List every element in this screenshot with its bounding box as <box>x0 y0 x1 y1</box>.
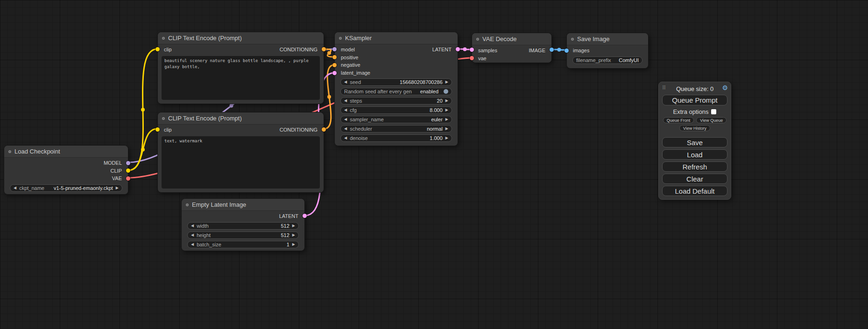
combo-right-arrow-icon[interactable]: ▶ <box>445 80 448 84</box>
load-button[interactable]: Load <box>662 149 727 160</box>
node-titlebar[interactable]: Empty Latent Image <box>182 199 304 211</box>
widget-scheduler[interactable]: ◀ scheduler normal ▶ <box>340 125 452 133</box>
load-default-button[interactable]: Load Default <box>662 186 727 196</box>
combo-left-arrow-icon[interactable]: ◀ <box>344 80 347 84</box>
node-titlebar[interactable]: CLIP Text Encode (Prompt) <box>158 32 324 44</box>
prompt-textarea[interactable]: text, watermark <box>162 136 320 189</box>
combo-right-arrow-icon[interactable]: ▶ <box>292 233 295 237</box>
combo-left-arrow-icon[interactable]: ◀ <box>14 186 16 190</box>
widget-name: ckpt_name <box>19 185 44 191</box>
widget-name: Random seed after every gen <box>344 89 412 94</box>
collapse-dot-icon[interactable] <box>186 203 189 206</box>
combo-left-arrow-icon[interactable]: ◀ <box>191 233 194 237</box>
output-pin-latent[interactable] <box>456 47 460 51</box>
node-title: CLIP Text Encode (Prompt) <box>168 35 242 42</box>
collapse-dot-icon[interactable] <box>162 37 165 40</box>
save-button[interactable]: Save <box>662 137 727 147</box>
combo-left-arrow-icon[interactable]: ◀ <box>344 118 347 121</box>
collapse-dot-icon[interactable] <box>571 38 574 41</box>
graph-canvas[interactable]: Load Checkpoint MODEL CLIP VAE ◀ ckpt_na… <box>0 0 868 329</box>
node-empty-latent-image[interactable]: Empty Latent Image LATENT ◀ width 512 ▶ … <box>181 198 305 251</box>
combo-right-arrow-icon[interactable]: ▶ <box>445 127 448 131</box>
widget-seed[interactable]: ◀ seed 156680208700286 ▶ <box>340 78 452 86</box>
refresh-button[interactable]: Refresh <box>662 161 727 172</box>
input-pin-images[interactable] <box>565 49 569 53</box>
collapse-dot-icon[interactable] <box>8 150 11 153</box>
output-pin-clip[interactable] <box>126 168 130 173</box>
output-label-conditioning: CONDITIONING <box>280 127 318 133</box>
node-titlebar[interactable]: VAE Decode <box>472 33 551 45</box>
node-vae-decode[interactable]: VAE Decode samples IMAGE vae <box>472 33 552 63</box>
combo-right-arrow-icon[interactable]: ▶ <box>445 118 448 121</box>
input-pin-clip[interactable] <box>155 127 160 132</box>
widget-height[interactable]: ◀ height 512 ▶ <box>187 231 299 239</box>
node-clip-text-encode-negative[interactable]: CLIP Text Encode (Prompt) clip CONDITION… <box>157 112 324 193</box>
output-pin-model[interactable] <box>126 161 130 165</box>
collapse-dot-icon[interactable] <box>476 38 479 41</box>
combo-left-arrow-icon[interactable]: ◀ <box>344 136 347 140</box>
drag-handle-icon[interactable]: ⠿ <box>662 85 665 91</box>
clear-button[interactable]: Clear <box>662 174 727 184</box>
prompt-textarea[interactable]: beautiful scenery nature glass bottle la… <box>162 56 320 100</box>
input-pin-latent-image[interactable] <box>332 71 337 75</box>
combo-left-arrow-icon[interactable]: ◀ <box>344 127 347 131</box>
output-pin-conditioning[interactable] <box>322 127 326 132</box>
combo-right-arrow-icon[interactable]: ▶ <box>445 136 448 140</box>
combo-left-arrow-icon[interactable]: ◀ <box>191 224 194 228</box>
output-pin-vae[interactable] <box>126 176 130 181</box>
combo-right-arrow-icon[interactable]: ▶ <box>445 108 448 112</box>
node-title: VAE Decode <box>482 35 516 42</box>
combo-right-arrow-icon[interactable]: ▶ <box>445 99 448 103</box>
queue-front-button[interactable]: Queue Front <box>663 117 694 123</box>
output-label-latent: LATENT <box>432 47 452 52</box>
widget-value: euler <box>431 117 442 122</box>
widget-batch-size[interactable]: ◀ batch_size 1 ▶ <box>187 241 299 248</box>
widget-sampler-name[interactable]: ◀ sampler_name euler ▶ <box>340 116 452 123</box>
output-pin-image[interactable] <box>550 48 554 52</box>
view-history-button[interactable]: View History <box>679 125 710 131</box>
node-titlebar[interactable]: KSampler <box>335 32 458 44</box>
node-ksampler[interactable]: KSampler model LATENT positive negative … <box>334 32 458 146</box>
input-pin-clip[interactable] <box>155 47 160 51</box>
input-pin-positive[interactable] <box>332 55 337 59</box>
settings-gear-icon[interactable]: ⚙ <box>722 84 728 91</box>
widget-steps[interactable]: ◀ steps 20 ▶ <box>340 97 452 105</box>
node-load-checkpoint[interactable]: Load Checkpoint MODEL CLIP VAE ◀ ckpt_na… <box>4 145 128 195</box>
extra-options-checkbox[interactable] <box>711 109 716 114</box>
widget-width[interactable]: ◀ width 512 ▶ <box>187 222 299 230</box>
output-pin-conditioning[interactable] <box>322 47 326 51</box>
node-titlebar[interactable]: Save Image <box>567 33 648 45</box>
widget-random-seed-toggle[interactable]: Random seed after every gen enabled <box>340 88 452 95</box>
widget-ckpt-name[interactable]: ◀ ckpt_name v1-5-pruned-emaonly.ckpt ▶ <box>10 184 122 192</box>
widget-filename-prefix[interactable]: filename_prefix ComfyUI <box>572 56 642 64</box>
widget-denoise[interactable]: ◀ denoise 1.000 ▶ <box>340 134 452 142</box>
toggle-knob-icon[interactable] <box>444 89 448 94</box>
queue-prompt-button[interactable]: Queue Prompt <box>662 95 727 105</box>
input-pin-model[interactable] <box>332 47 337 51</box>
widget-name: sampler_name <box>350 117 384 122</box>
combo-right-arrow-icon[interactable]: ▶ <box>116 186 119 190</box>
collapse-dot-icon[interactable] <box>339 37 342 40</box>
input-label-samples: samples <box>478 48 497 53</box>
combo-left-arrow-icon[interactable]: ◀ <box>344 108 347 112</box>
widget-value: 156680208700286 <box>400 79 443 85</box>
node-save-image[interactable]: Save Image images filename_prefix ComfyU… <box>566 33 649 69</box>
combo-right-arrow-icon[interactable]: ▶ <box>292 243 295 246</box>
input-pin-samples[interactable] <box>470 48 474 52</box>
node-titlebar[interactable]: CLIP Text Encode (Prompt) <box>158 112 324 125</box>
widget-name: height <box>197 232 211 238</box>
input-pin-negative[interactable] <box>332 63 337 67</box>
node-clip-text-encode-positive[interactable]: CLIP Text Encode (Prompt) clip CONDITION… <box>157 32 324 104</box>
node-title: Save Image <box>577 35 609 42</box>
node-titlebar[interactable]: Load Checkpoint <box>4 146 128 158</box>
view-queue-button[interactable]: View Queue <box>696 117 727 123</box>
widget-name: denoise <box>350 135 368 141</box>
input-pin-vae[interactable] <box>470 56 474 60</box>
output-pin-latent[interactable] <box>303 214 307 218</box>
widget-cfg[interactable]: ◀ cfg 8.000 ▶ <box>340 106 452 114</box>
combo-left-arrow-icon[interactable]: ◀ <box>191 243 194 246</box>
collapse-dot-icon[interactable] <box>162 117 165 120</box>
combo-left-arrow-icon[interactable]: ◀ <box>344 99 347 103</box>
widget-name: filename_prefix <box>576 57 611 63</box>
combo-right-arrow-icon[interactable]: ▶ <box>292 224 295 228</box>
